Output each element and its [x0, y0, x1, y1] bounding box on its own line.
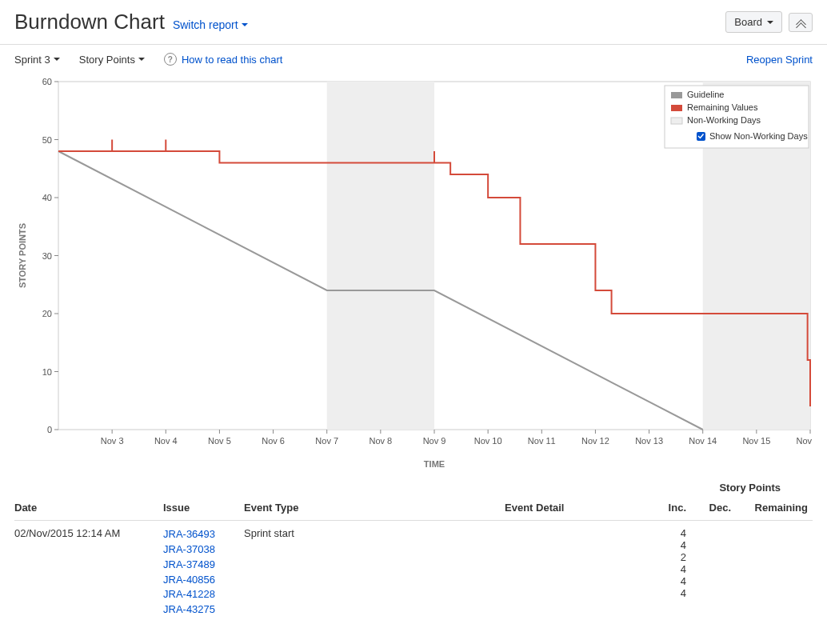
svg-rect-52 — [671, 118, 682, 124]
svg-text:Nov 12: Nov 12 — [581, 436, 609, 446]
table-row: 02/Nov/2015 12:14 AMJRA-36493JRA-37038JR… — [14, 521, 813, 625]
svg-rect-50 — [671, 105, 682, 111]
svg-text:Nov 8: Nov 8 — [369, 436, 392, 446]
chevron-down-icon — [242, 23, 248, 26]
svg-text:Nov 9: Nov 9 — [423, 436, 446, 446]
svg-text:Nov 6: Nov 6 — [262, 436, 285, 446]
col-issue: Issue — [163, 495, 244, 521]
sprint-selector[interactable]: Sprint 3 — [14, 54, 60, 66]
how-to-read-link[interactable]: ? How to read this chart — [164, 53, 282, 66]
svg-text:40: 40 — [42, 193, 52, 202]
svg-text:20: 20 — [42, 309, 52, 318]
chevron-down-icon — [767, 21, 773, 24]
svg-text:Nov 14: Nov 14 — [689, 436, 717, 446]
issue-link[interactable]: JRA-43275 — [163, 602, 239, 618]
svg-text:50: 50 — [42, 135, 52, 145]
svg-text:Nov 15: Nov 15 — [742, 436, 770, 446]
help-icon: ? — [164, 53, 177, 66]
svg-text:0: 0 — [47, 425, 52, 434]
chevron-down-icon — [54, 58, 60, 61]
issue-link[interactable]: JRA-36493 — [163, 527, 239, 542]
svg-text:Nov 13: Nov 13 — [635, 436, 663, 446]
svg-text:STORY POINTS: STORY POINTS — [18, 223, 27, 288]
svg-text:Show Non-Working Days: Show Non-Working Days — [709, 131, 808, 141]
svg-text:Nov 4: Nov 4 — [154, 436, 178, 446]
col-remaining: Remaining — [736, 495, 813, 521]
sprint-selector-label: Sprint 3 — [14, 54, 50, 66]
svg-rect-1 — [327, 82, 434, 430]
svg-rect-48 — [671, 92, 682, 98]
board-button-label: Board — [734, 16, 762, 28]
page-title: Burndown Chart — [14, 10, 165, 34]
help-label: How to read this chart — [182, 54, 282, 66]
col-date: Date — [14, 495, 163, 521]
metric-selector[interactable]: Story Points — [79, 54, 145, 66]
chevron-down-icon — [138, 58, 145, 61]
svg-text:Nov 11: Nov 11 — [528, 436, 556, 446]
switch-report-link[interactable]: Switch report — [173, 18, 248, 31]
svg-text:Nov 10: Nov 10 — [474, 436, 502, 446]
svg-text:TIME: TIME — [424, 459, 445, 469]
col-inc: Inc. — [646, 495, 691, 521]
switch-report-label: Switch report — [173, 18, 238, 31]
double-chevron-up-icon — [796, 18, 805, 27]
col-event-type: Event Type — [244, 495, 505, 521]
svg-text:Remaining Values: Remaining Values — [687, 102, 758, 112]
svg-text:Non-Working Days: Non-Working Days — [687, 115, 761, 125]
svg-text:60: 60 — [42, 77, 52, 86]
svg-text:Nov 3: Nov 3 — [101, 436, 124, 446]
svg-text:Nov 16: Nov 16 — [797, 436, 813, 446]
issue-link[interactable]: JRA-37038 — [163, 542, 239, 558]
issue-link[interactable]: JRA-40856 — [163, 573, 239, 588]
svg-text:Nov 7: Nov 7 — [315, 436, 338, 446]
col-event-detail: Event Detail — [505, 495, 646, 521]
svg-text:30: 30 — [42, 251, 52, 261]
col-dec: Dec. — [691, 495, 736, 521]
story-points-group-header: Story Points — [14, 482, 813, 494]
issue-link[interactable]: JRA-37489 — [163, 558, 239, 573]
board-button[interactable]: Board — [725, 11, 782, 33]
metric-selector-label: Story Points — [79, 54, 135, 66]
burndown-chart: 0102030405060Nov 3Nov 4Nov 5Nov 6Nov 7No… — [14, 74, 813, 474]
event-table: Date Issue Event Type Event Detail Inc. … — [14, 495, 813, 624]
reopen-sprint-link[interactable]: Reopen Sprint — [746, 54, 813, 66]
svg-text:Nov 5: Nov 5 — [208, 436, 231, 446]
svg-text:Guideline: Guideline — [687, 90, 724, 99]
issue-link[interactable]: JRA-41228 — [163, 587, 239, 602]
svg-text:10: 10 — [42, 367, 52, 377]
collapse-button[interactable] — [789, 13, 813, 32]
